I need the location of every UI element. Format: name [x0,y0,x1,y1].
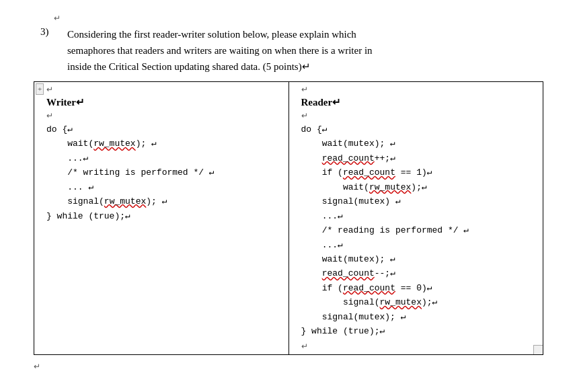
expand-icon[interactable]: + [36,83,44,95]
reader-code: do {↵ wait(mutex); ↵ read_count++;↵ if (… [301,122,537,339]
reader-bottom-return: ↵ [301,342,537,352]
page-bottom-return: ↵ [34,362,564,372]
writer-return2: ↵ [46,111,282,121]
reader-return1: ↵ [301,85,537,95]
writer-rw-mutex-wait: rw_mutex [93,139,135,149]
writer-rw-mutex-signal: rw_mutex [104,196,146,206]
reader-return2: ↵ [301,111,537,121]
question-line1: Considering the first reader-writer solu… [67,29,356,40]
reader-rw-mutex-wait: rw_mutex [369,182,411,192]
reader-header: Reader↵ [301,96,537,108]
reader-read-count-inc: read_count [322,153,375,163]
reader-read-count-dec: read_count [322,268,375,278]
reader-read-count-if2: read_count [343,283,395,293]
reader-read-count-if1: read_count [343,167,395,178]
reader-rw-mutex-signal: rw_mutex [380,297,422,307]
scrollbar-stub[interactable] [533,345,543,354]
code-table: ↵ Writer↵ ↵ do {↵ wait(rw_mutex); ↵ ...↵… [34,82,543,354]
writer-header: Writer↵ [46,96,282,108]
question-text: Considering the first reader-writer solu… [67,26,373,75]
question-number: 3) [40,26,67,75]
question-block: 3) Considering the first reader-writer s… [13,26,564,75]
top-return: ↵ [54,13,564,24]
writer-return1: ↵ [46,85,282,95]
reader-column: ↵ Reader↵ ↵ do {↵ wait(mutex); ↵ read_co… [288,82,543,354]
writer-column: ↵ Writer↵ ↵ do {↵ wait(rw_mutex); ↵ ...↵… [34,82,288,354]
question-line3: inside the Critical Section updating sha… [67,61,311,72]
question-line2: semaphores that readers and writers are … [67,45,373,56]
page-wrapper: ↵ 3) Considering the first reader-writer… [13,7,564,379]
writer-code: do {↵ wait(rw_mutex); ↵ ...↵ /* writing … [46,122,282,223]
code-container: + ↵ Writer↵ ↵ do {↵ wait(rw_mutex); ↵ ..… [34,81,543,355]
